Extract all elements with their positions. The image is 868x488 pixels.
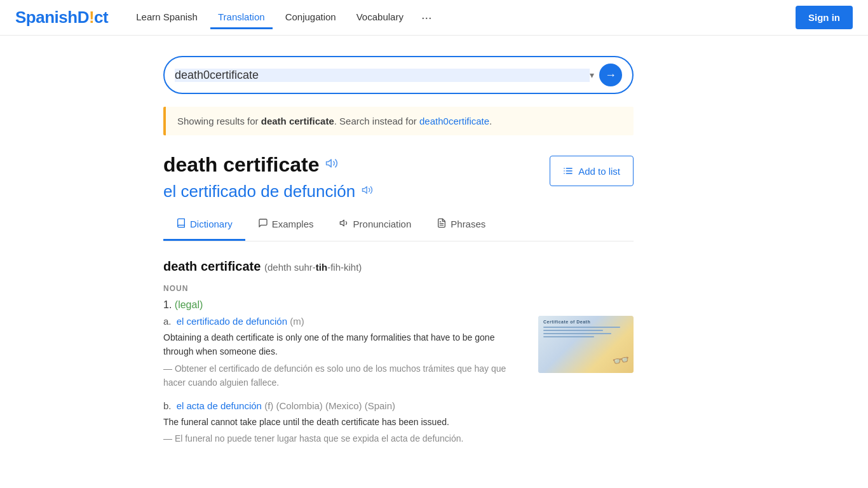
definition-sense-b: b. el acta de defunción (f) (Colombia) (… [163,400,634,446]
site-logo[interactable]: SpanishD!ct [15,8,108,27]
def-number-1: 1. (legal) [163,299,634,311]
cert-lines: Certificate of Death [543,320,628,339]
example-b-translation: — El funeral no puede tener lugar hasta … [163,431,634,445]
section-tabs: Dictionary Examples Pronunciation [163,209,634,241]
speaker-icon-spanish[interactable] [362,184,373,199]
search-submit-button[interactable]: → [599,64,622,86]
logo-text: SpanishD!ct [15,8,108,27]
part-of-speech: NOUN [163,284,634,293]
pronunciation-tab-icon [339,218,349,230]
svg-marker-1 [363,187,367,194]
sense-letter-a: a. [163,316,172,327]
correction-notice: Showing results for death certificate. S… [163,107,634,135]
main-nav: Learn Spanish Translation Conjugation Vo… [128,5,796,30]
sense-b-gender: (f) [264,400,273,411]
correction-original-link[interactable]: death0certificate [419,116,489,126]
example-b-english: The funeral cannot take place until the … [163,415,634,429]
word-header: death certificate el certificado de defu… [163,153,634,201]
phonetic-text: (dehth suhr-tih-fih-kiht) [264,262,362,273]
search-dropdown-icon[interactable]: ▾ [590,70,594,80]
headword-with-phonetic: death certificate (dehth suhr-tih-fih-ki… [163,259,634,274]
dictionary-tab-icon [176,218,186,230]
cert-line-3 [543,333,611,334]
tab-dictionary-label: Dictionary [190,219,233,229]
nav-conjugation[interactable]: Conjugation [278,6,344,29]
nav-learn-spanish[interactable]: Learn Spanish [128,6,205,29]
glasses-icon: 👓 [611,351,631,370]
def-context-legal: (legal) [175,299,203,310]
sense-b-label: b. el acta de defunción (f) (Colombia) (… [163,400,634,411]
tab-dictionary[interactable]: Dictionary [163,209,245,241]
sense-b-spanish[interactable]: el acta de defunción [177,400,262,411]
chat-icon [258,218,268,228]
correction-suffix: . [489,116,492,126]
logo-excl: ! [89,8,94,27]
tab-examples[interactable]: Examples [245,209,327,241]
cert-line-1 [543,327,620,328]
word-title-area: death certificate el certificado de defu… [163,153,550,201]
nav-translation[interactable]: Translation [210,6,273,29]
cert-line-2 [543,330,603,331]
sense-a-text: a. el certificado de defunción (m) Obtai… [163,316,526,390]
cert-line-4 [543,336,594,337]
spanish-translation-text: el certificado de defunción [163,182,355,201]
cert-title: Certificate of Death [543,320,628,324]
example-a-english: Obtaining a death certificate is only on… [163,330,526,359]
sense-b-geo: (Colombia) (Mexico) (Spain) [276,400,395,411]
search-bar: ▾ → [163,56,634,94]
example-b-spanish: El funeral no puede tener lugar hasta qu… [175,433,464,444]
example-a-translation: — Obtener el certificado de defunción es… [163,362,526,390]
search-input[interactable] [175,69,590,82]
def-number-text: 1. [163,299,172,310]
nav-more-button[interactable]: ··· [416,5,437,30]
dictionary-content: death certificate (dehth suhr-tih-fih-ki… [163,259,634,445]
example-separator-b: — [163,433,172,444]
phonetic-part1: dehth suhr- [268,262,316,273]
volume-icon [339,218,349,228]
book-icon [176,218,186,228]
phrases-tab-icon [437,218,447,230]
header: SpanishD!ct Learn Spanish Translation Co… [0,0,868,36]
example-separator-a: — [163,363,172,374]
phonetic-bold: tih [316,262,327,273]
svg-marker-0 [327,159,332,167]
speaker-svg [325,157,338,170]
headword-text: death certificate [163,259,261,273]
english-word-text: death certificate [163,153,319,177]
sense-a-label: a. el certificado de defunción (m) [163,316,526,327]
sign-in-button[interactable]: Sign in [796,6,853,29]
examples-tab-icon [258,218,268,230]
file-icon [437,218,447,228]
correction-prefix: Showing results for [177,116,261,126]
example-a-spanish: Obtener el certificado de defunción es s… [163,363,506,388]
correction-word: death certificate [261,116,334,126]
phonetic-part2: -fih-kiht) [327,262,362,273]
add-to-list-button[interactable]: Add to list [550,156,634,186]
tab-pronunciation[interactable]: Pronunciation [327,209,424,241]
speaker-svg-es [362,184,373,196]
definition-1: 1. (legal) a. el certificado de defunció… [163,299,634,445]
sense-a-gender: (m) [290,316,304,327]
sense-a-spanish[interactable]: el certificado de defunción [177,316,287,327]
tab-phrases-label: Phrases [451,219,485,229]
sense-letter-b: b. [163,400,172,411]
tab-pronunciation-label: Pronunciation [353,219,412,229]
search-arrow-icon: → [605,69,616,82]
speaker-icon-english[interactable] [325,157,338,173]
word-english: death certificate [163,153,550,177]
add-list-icon [563,166,573,176]
tab-phrases[interactable]: Phrases [424,209,498,241]
definition-sense-a: a. el certificado de defunción (m) Obtai… [163,316,634,390]
add-to-list-label: Add to list [578,166,620,177]
tab-examples-label: Examples [272,219,314,229]
svg-marker-8 [340,220,344,226]
nav-vocabulary[interactable]: Vocabulary [349,6,411,29]
word-spanish: el certificado de defunción [163,182,550,201]
cert-image-bg: Certificate of Death 👓 [538,316,634,373]
main-content: ▾ → Showing results for death certificat… [148,36,720,478]
correction-middle: . Search instead for [334,116,419,126]
certificate-image: Certificate of Death 👓 [538,316,634,373]
